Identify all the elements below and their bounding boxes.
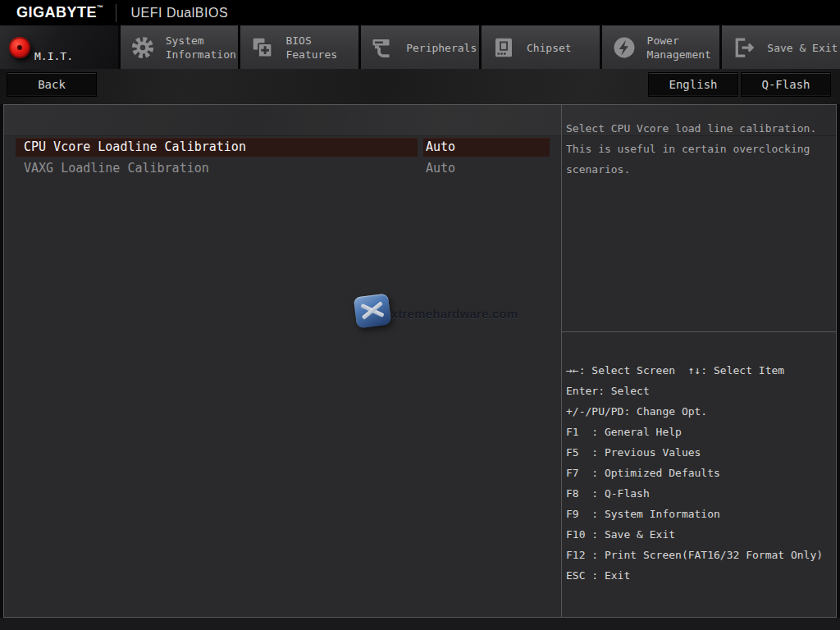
- watermark-text: xtremehardware.com: [391, 307, 518, 321]
- settings-pane: CPU Vcore Loadline Calibration Auto VAXG…: [4, 105, 561, 617]
- tab-peripherals[interactable]: Peripherals: [361, 25, 479, 69]
- key-legend-line: F8 : Q-Flash: [566, 483, 837, 504]
- key-legend-line: F12 : Print Screen(FAT16/32 Format Only): [566, 545, 837, 565]
- title-bar: GIGABYTE™ UEFI DualBIOS: [0, 0, 840, 25]
- bios-pages-icon: [250, 35, 275, 60]
- setting-value: Auto: [423, 159, 550, 178]
- red-disc-icon: [9, 37, 30, 58]
- tab-save-exit[interactable]: Save & Exit: [722, 25, 840, 69]
- back-button[interactable]: Back: [7, 72, 97, 97]
- tab-label: Chipset: [527, 40, 572, 54]
- tab-label: PowerManagement: [647, 34, 711, 62]
- help-pane: Select CPU Vcore load line calibration. …: [561, 105, 836, 617]
- key-legend-line: +/-/PU/PD: Change Opt.: [566, 401, 837, 422]
- tab-chipset[interactable]: Chipset: [482, 25, 600, 69]
- divider: [116, 4, 116, 22]
- tab-system-information[interactable]: SystemInformation: [121, 25, 239, 69]
- tab-mit[interactable]: M.I.T.: [0, 25, 118, 69]
- key-legend-line: F9 : System Information: [566, 504, 837, 524]
- tab-label: BIOSFeatures: [285, 34, 337, 62]
- tab-label: M.I.T.: [34, 49, 73, 63]
- gear-icon: [130, 35, 155, 60]
- key-legend-line: F1 : General Help: [566, 422, 837, 442]
- qflash-button[interactable]: Q-Flash: [741, 72, 831, 97]
- bottom-strip: [0, 618, 840, 630]
- item-help-text: Select CPU Vcore load line calibration. …: [562, 105, 837, 331]
- gigabyte-logo: GIGABYTE™: [16, 4, 104, 21]
- firmware-title: UEFI DualBIOS: [131, 6, 229, 21]
- key-legend-line: F5 : Previous Values: [566, 442, 837, 463]
- toolbar-strip: Back English Q-Flash: [0, 69, 840, 104]
- key-legend-line: Enter: Select: [566, 381, 837, 401]
- peripheral-device-icon: [371, 35, 395, 60]
- key-legend: →←: Select Screen ↑↓: Select Item Enter:…: [562, 331, 837, 617]
- tab-bios-features[interactable]: BIOSFeatures: [240, 25, 358, 69]
- setting-label: CPU Vcore Loadline Calibration: [16, 138, 418, 157]
- trademark: ™: [97, 4, 104, 11]
- tab-bar: M.I.T. SystemInformation BIOSFeatures Pe…: [0, 25, 840, 69]
- tab-label: Save & Exit: [767, 40, 838, 54]
- key-legend-line: F7 : Optimized Defaults: [566, 463, 837, 483]
- setting-row-cpu-vcore-llc[interactable]: CPU Vcore Loadline Calibration Auto: [16, 138, 555, 157]
- key-legend-line: →←: Select Screen ↑↓: Select Item: [566, 360, 837, 381]
- language-button[interactable]: English: [648, 72, 738, 97]
- chip-icon: [491, 35, 516, 60]
- power-bolt-icon: [612, 35, 637, 60]
- settings-list: CPU Vcore Loadline Calibration Auto VAXG…: [4, 138, 561, 180]
- key-legend-line: F10 : Save & Exit: [566, 524, 837, 545]
- tab-label: Peripherals: [406, 40, 477, 54]
- tab-label: SystemInformation: [166, 34, 236, 62]
- exit-door-icon: [732, 35, 756, 60]
- key-legend-line: ESC : Exit: [566, 565, 837, 586]
- main-panel: CPU Vcore Loadline Calibration Auto VAXG…: [3, 104, 837, 618]
- tab-power-management[interactable]: PowerManagement: [602, 25, 720, 69]
- xtremehardware-logo-icon: [354, 294, 391, 329]
- watermark: xtremehardware.com: [355, 295, 486, 333]
- setting-label: VAXG Loadline Calibration: [16, 159, 418, 178]
- setting-value: Auto: [423, 138, 550, 157]
- setting-row-vaxg-llc[interactable]: VAXG Loadline Calibration Auto: [16, 159, 555, 178]
